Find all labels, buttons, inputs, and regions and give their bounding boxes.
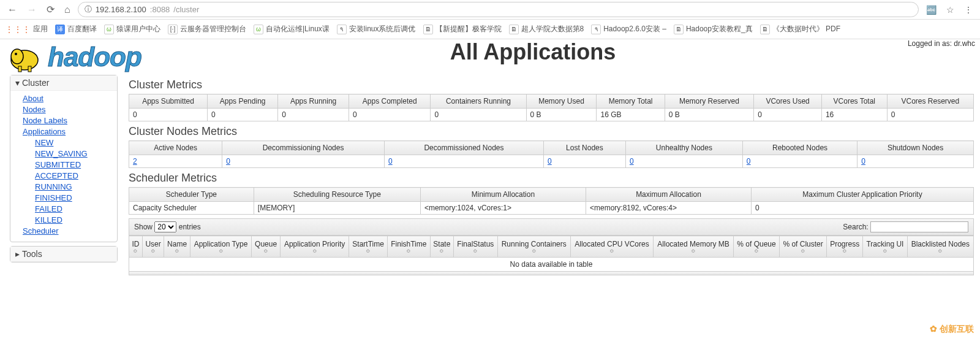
apps-column-header[interactable]: Blacklisted Nodes≎ xyxy=(907,236,973,258)
bookmark-item[interactable]: 🗎超人学院大数据第8 xyxy=(509,24,584,34)
login-info: Logged in as: dr.whc xyxy=(870,39,980,48)
sidebar-state-new-saving[interactable]: NEW_SAVING xyxy=(35,148,111,159)
metric-header: Lost Nodes xyxy=(543,141,625,155)
apps-column-header[interactable]: State≎ xyxy=(430,236,453,258)
sidebar-link-about[interactable]: About xyxy=(23,93,111,104)
home-icon[interactable]: ⌂ xyxy=(62,4,73,15)
apps-column-header[interactable]: % of Cluster≎ xyxy=(780,236,827,258)
apps-column-header[interactable]: Name≎ xyxy=(164,236,190,258)
sidebar-state-accepted[interactable]: ACCEPTED xyxy=(35,170,111,182)
sidebar-state-submitted[interactable]: SUBMITTED xyxy=(35,159,111,170)
apps-column-header[interactable]: StartTime≎ xyxy=(349,236,388,258)
table-footer-bar xyxy=(129,272,974,275)
bookmark-item[interactable]: 🗎Hadoop安装教程_真 xyxy=(674,24,753,34)
apps-column-header[interactable]: % of Queue≎ xyxy=(734,236,780,258)
metric-header: Maximum Allocation xyxy=(586,188,751,202)
back-icon[interactable]: ← xyxy=(5,4,20,15)
metric-value: 0 xyxy=(742,155,857,168)
metric-link[interactable]: 0 xyxy=(548,157,552,166)
url-host: 192.168.2.100 xyxy=(96,5,146,14)
applications-table: ID≎User≎Name≎Application Type≎Queue≎Appl… xyxy=(129,236,974,258)
metric-header: Shutdown Nodes xyxy=(858,141,974,155)
chevron-down-icon: ▾ xyxy=(15,78,20,88)
sidebar-state-new[interactable]: NEW xyxy=(35,137,111,148)
search-control: Search: xyxy=(843,221,968,232)
bookmark-item[interactable]: ٩安装linux系统后调优 xyxy=(337,24,416,34)
entries-select[interactable]: 20 xyxy=(154,221,176,232)
apps-column-header[interactable]: Running Containers≎ xyxy=(497,236,570,258)
star-icon[interactable]: ☆ xyxy=(944,5,957,15)
bookmarks-bar: ⋮⋮⋮应用 译百度翻译 ω猿课用户中心 [·]云服务器管理控制台 ω自动化运维|… xyxy=(0,20,980,39)
sidebar-cluster-box: ▾Cluster About Nodes Node Labels Applica… xyxy=(10,75,118,242)
apps-grid-icon[interactable]: ⋮⋮⋮应用 xyxy=(5,24,48,34)
metric-link[interactable]: 0 xyxy=(226,157,230,166)
metric-value: 0 xyxy=(752,202,974,215)
metric-value: 0 xyxy=(754,109,822,121)
metric-value: 0 xyxy=(278,109,349,121)
metric-value: 0 xyxy=(349,109,431,121)
logo-text: hadoop xyxy=(48,42,141,72)
metric-header: Containers Running xyxy=(431,94,526,109)
elephant-icon xyxy=(6,42,45,72)
sidebar-tools-toggle[interactable]: ▸Tools xyxy=(10,247,117,262)
menu-icon[interactable]: ⋮ xyxy=(962,5,975,15)
info-icon[interactable]: ⓘ xyxy=(85,4,92,15)
metric-value: 16 GB xyxy=(597,109,665,121)
metric-header: Apps Submitted xyxy=(129,94,208,109)
apps-column-header[interactable]: ID≎ xyxy=(129,236,143,258)
apps-column-header[interactable]: Application Type≎ xyxy=(190,236,251,258)
metric-header: Decommissioning Nodes xyxy=(222,141,385,155)
apps-column-header[interactable]: Progress≎ xyxy=(827,236,863,258)
translate-icon[interactable]: 🔤 xyxy=(924,5,939,15)
sidebar-state-finished[interactable]: FINISHED xyxy=(35,193,111,204)
bookmark-item[interactable]: [·]云服务器管理控制台 xyxy=(168,24,246,34)
search-input[interactable] xyxy=(870,221,968,232)
sidebar-link-applications[interactable]: Applications xyxy=(23,126,111,137)
sort-icon: ≎ xyxy=(433,248,451,253)
page-title: All Applications xyxy=(196,39,870,65)
sidebar-cluster-toggle[interactable]: ▾Cluster xyxy=(10,75,117,91)
datatable-toolbar: Show 20 entries Search: xyxy=(129,218,974,236)
reload-icon[interactable]: ⟳ xyxy=(44,4,57,15)
sidebar-state-running[interactable]: RUNNING xyxy=(35,182,111,193)
metric-value: 0 xyxy=(384,155,543,168)
metric-header: Rebooted Nodes xyxy=(742,141,857,155)
metric-link[interactable]: 0 xyxy=(630,157,634,166)
sort-icon: ≎ xyxy=(390,248,428,253)
bookmark-item[interactable]: ω猿课用户中心 xyxy=(104,24,160,34)
bookmark-item[interactable]: 🗎《大数据时代》 PDF xyxy=(760,24,840,34)
bookmark-item[interactable]: 译百度翻译 xyxy=(55,24,97,34)
apps-column-header[interactable]: FinalStatus≎ xyxy=(454,236,498,258)
sort-icon: ≎ xyxy=(456,248,495,253)
sort-icon: ≎ xyxy=(656,248,731,253)
apps-column-header[interactable]: Application Priority≎ xyxy=(280,236,349,258)
metric-header: Apps Pending xyxy=(208,94,278,109)
metric-header: Decommissioned Nodes xyxy=(384,141,543,155)
sidebar-link-nodes[interactable]: Nodes xyxy=(23,104,111,115)
address-bar[interactable]: ⓘ 192.168.2.100:8088/cluster xyxy=(78,2,919,17)
bookmark-item[interactable]: ω自动化运维|Linux课 xyxy=(254,24,330,34)
apps-column-header[interactable]: Queue≎ xyxy=(252,236,281,258)
metric-link[interactable]: 0 xyxy=(747,157,751,166)
apps-column-header[interactable]: User≎ xyxy=(142,236,164,258)
apps-column-header[interactable]: Allocated CPU VCores≎ xyxy=(570,236,653,258)
metric-value: Capacity Scheduler xyxy=(129,202,254,215)
metric-link[interactable]: 0 xyxy=(388,157,393,166)
metric-header: Unhealthy Nodes xyxy=(625,141,742,155)
entries-control: Show 20 entries xyxy=(134,221,201,232)
sidebar-link-node-labels[interactable]: Node Labels xyxy=(23,115,111,126)
forward-icon[interactable]: → xyxy=(24,4,39,15)
sort-icon: ≎ xyxy=(352,248,385,253)
metric-link[interactable]: 0 xyxy=(861,157,865,166)
apps-column-header[interactable]: FinishTime≎ xyxy=(388,236,431,258)
apps-column-header[interactable]: Tracking UI≎ xyxy=(863,236,907,258)
sidebar-state-killed[interactable]: KILLED xyxy=(35,215,111,226)
sort-icon: ≎ xyxy=(782,248,824,253)
bookmark-item[interactable]: ٩Hadoop2.6.0安装 – xyxy=(591,24,666,34)
sidebar-link-scheduler[interactable]: Scheduler xyxy=(23,226,111,237)
bookmark-item[interactable]: 🗎【新提醒】极客学院 xyxy=(423,24,502,34)
sort-icon: ≎ xyxy=(736,248,777,253)
sidebar-state-failed[interactable]: FAILED xyxy=(35,204,111,215)
apps-column-header[interactable]: Allocated Memory MB≎ xyxy=(654,236,734,258)
metric-link[interactable]: 2 xyxy=(133,157,137,166)
